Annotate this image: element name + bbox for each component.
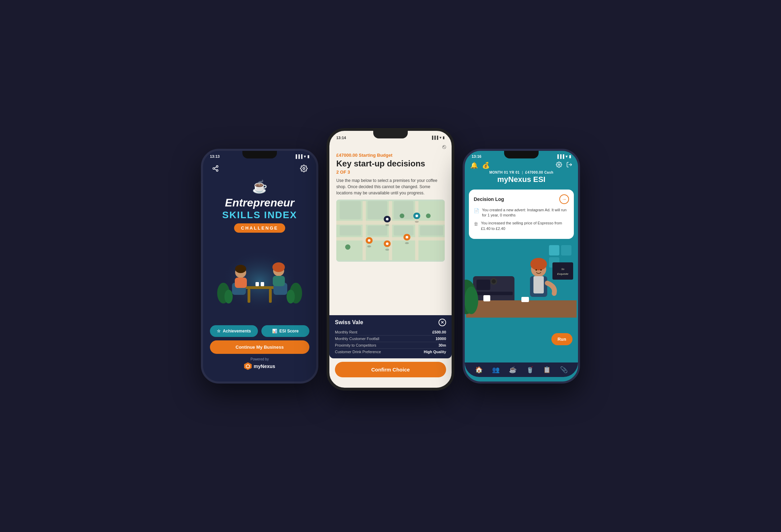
nav-home-icon[interactable]: 🏠 bbox=[475, 366, 483, 374]
settings-icon-3[interactable] bbox=[556, 162, 562, 169]
svg-rect-53 bbox=[549, 245, 559, 255]
phone2-content: ⎋ £47000.00 Starting Budget Key start-up… bbox=[329, 141, 452, 381]
nav-notes-icon[interactable]: 📋 bbox=[543, 366, 551, 374]
chart-icon: 📊 bbox=[272, 329, 277, 333]
svg-point-74 bbox=[465, 287, 478, 314]
close-location-button[interactable]: ✕ bbox=[438, 319, 446, 326]
svg-rect-61 bbox=[466, 300, 577, 318]
notch3 bbox=[504, 151, 539, 158]
location-panel: Swiss Vale ✕ Monthly Rent £500.00 Monthl… bbox=[329, 315, 452, 358]
barista-illustration: So Exquisite Run bbox=[465, 242, 578, 362]
map-area[interactable] bbox=[336, 200, 445, 262]
svg-point-59 bbox=[492, 279, 496, 283]
svg-point-5 bbox=[303, 167, 305, 170]
nav-drink-icon[interactable]: 🥤 bbox=[526, 366, 534, 374]
nexus-hex-icon bbox=[244, 362, 252, 370]
wifi-icon-3: ▾ bbox=[566, 154, 568, 159]
proximity-row: Proximity to Competitors 30m bbox=[335, 342, 446, 349]
logout-icon[interactable] bbox=[566, 162, 572, 169]
continue-business-button[interactable]: Continue My Business bbox=[210, 340, 309, 354]
signal-icon-3: ▐▐▐ bbox=[556, 154, 564, 158]
svg-rect-9 bbox=[269, 289, 272, 303]
svg-rect-13 bbox=[235, 278, 247, 288]
price-change-icon: 🗑 bbox=[474, 221, 478, 231]
svg-rect-62 bbox=[483, 295, 490, 301]
svg-point-1 bbox=[213, 167, 215, 169]
phone3-right-icons bbox=[556, 162, 572, 169]
confirm-choice-button[interactable]: Confirm Choice bbox=[335, 362, 446, 377]
svg-point-44 bbox=[386, 242, 389, 245]
svg-rect-67 bbox=[533, 276, 544, 293]
decision-log-text-1: You created a new advert: Instagram Ad. … bbox=[482, 207, 569, 218]
footfall-value: 10000 bbox=[435, 337, 446, 341]
exit-icon[interactable]: ⎋ bbox=[442, 143, 446, 151]
svg-rect-36 bbox=[394, 226, 414, 236]
svg-point-42 bbox=[368, 239, 370, 242]
step-indicator: 2 OF 3 bbox=[336, 170, 445, 175]
map-svg bbox=[336, 200, 445, 262]
svg-rect-34 bbox=[340, 226, 361, 236]
footfall-row: Monthly Customer Footfall 10000 bbox=[335, 336, 446, 342]
svg-point-45 bbox=[405, 242, 409, 244]
svg-point-68 bbox=[536, 269, 537, 271]
decision-log-header: Decision Log → bbox=[474, 194, 569, 204]
phone1-content: ☕ Entrepreneur SKILLS INDEX CHALLENGE bbox=[203, 160, 316, 377]
svg-point-46 bbox=[406, 236, 408, 239]
svg-point-23 bbox=[287, 290, 295, 303]
mynexus-logo: myNexus bbox=[244, 362, 275, 370]
svg-rect-16 bbox=[273, 276, 285, 286]
instagram-ad-icon: 📄 bbox=[474, 208, 479, 218]
settings-button[interactable] bbox=[298, 163, 309, 174]
time-3: 13:16 bbox=[472, 154, 481, 158]
app-logo: ☕ bbox=[252, 180, 268, 194]
proximity-label: Proximity to Competitors bbox=[335, 343, 376, 347]
time-2: 13:14 bbox=[336, 136, 346, 140]
phone3-top-row: 🔔 💰 bbox=[470, 162, 572, 169]
battery-icon-3: ▮ bbox=[569, 154, 571, 159]
svg-point-21 bbox=[224, 290, 233, 303]
decision-log-arrow-button[interactable]: → bbox=[559, 194, 569, 204]
bag-icon[interactable]: 💰 bbox=[482, 162, 490, 169]
svg-rect-28 bbox=[363, 201, 366, 260]
powered-by-label: Powered by bbox=[251, 357, 269, 361]
nav-coffee-icon[interactable]: ☕ bbox=[509, 366, 517, 374]
svg-rect-63 bbox=[521, 297, 529, 302]
svg-rect-8 bbox=[248, 289, 250, 303]
svg-line-4 bbox=[214, 167, 216, 168]
svg-rect-7 bbox=[244, 286, 275, 289]
phone3-wrapper: 13:16 ▐▐▐ ▾ ▮ 🔔 💰 bbox=[463, 149, 580, 384]
svg-rect-18 bbox=[255, 282, 259, 286]
svg-rect-54 bbox=[561, 245, 571, 255]
location-title: Swiss Vale ✕ bbox=[335, 319, 446, 326]
svg-point-39 bbox=[400, 213, 404, 218]
svg-point-14 bbox=[235, 265, 246, 273]
rent-label: Monthly Rent bbox=[335, 330, 357, 334]
notification-bell-icon[interactable]: 🔔 bbox=[470, 162, 478, 169]
esi-score-button[interactable]: 📊 ESI Score bbox=[261, 325, 309, 337]
budget-label: £47000.00 Starting Budget bbox=[336, 153, 445, 158]
decision-log-item-2: 🗑 You increased the selling price of Esp… bbox=[474, 221, 569, 231]
run-button[interactable]: Run bbox=[551, 333, 572, 345]
app-title-3: myNexus ESI bbox=[470, 175, 572, 184]
nav-team-icon[interactable]: 👥 bbox=[492, 366, 500, 374]
bottom-nav: 🏠 👥 ☕ 🥤 📋 📎 bbox=[465, 362, 578, 377]
barista-svg: So Exquisite bbox=[465, 242, 578, 318]
challenge-badge: CHALLENGE bbox=[234, 223, 285, 233]
decision-log-item-1: 📄 You created a new advert: Instagram Ad… bbox=[474, 207, 569, 218]
brand-name: myNexus bbox=[254, 364, 275, 369]
footfall-label: Monthly Customer Footfall bbox=[335, 337, 379, 341]
svg-rect-37 bbox=[420, 226, 443, 236]
phone2-wrapper: 13:14 ▐▐▐ ▾ ▮ ⎋ £47000.00 Starting Budge… bbox=[327, 128, 454, 390]
rent-row: Monthly Rent £500.00 bbox=[335, 329, 446, 336]
svg-point-41 bbox=[367, 245, 371, 248]
nav-attachment-icon[interactable]: 📎 bbox=[560, 366, 568, 374]
drink-pref-value: High Quality bbox=[424, 350, 446, 354]
budget-amount: £47000.00 bbox=[336, 153, 357, 158]
svg-rect-30 bbox=[415, 201, 418, 260]
key-decisions-title: Key start-up decisions bbox=[336, 159, 445, 168]
svg-marker-24 bbox=[246, 365, 250, 368]
share-button[interactable] bbox=[210, 163, 221, 174]
phone1: 13:13 ▐▐▐ ▾ ▮ bbox=[201, 149, 318, 384]
achievements-button[interactable]: ☆ Achievements bbox=[210, 325, 258, 337]
phone3-content: 🔔 💰 bbox=[465, 160, 578, 377]
